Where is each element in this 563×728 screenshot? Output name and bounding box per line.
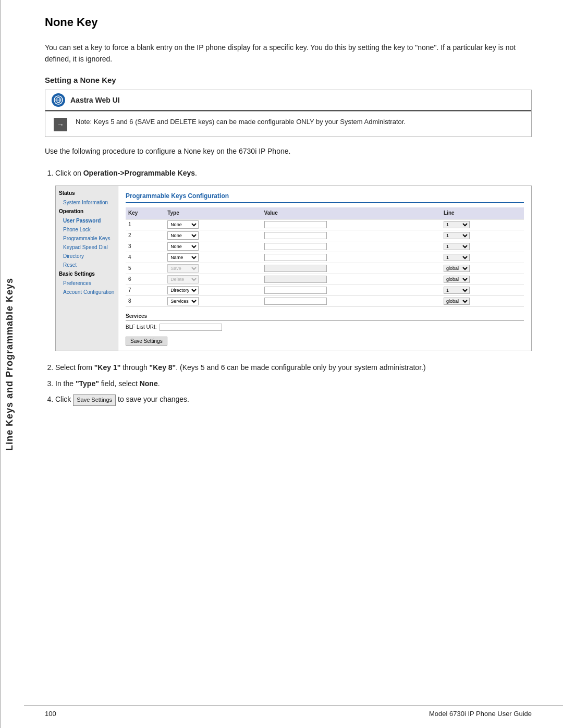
key7-value-input[interactable]: [264, 287, 327, 294]
key3-type-select[interactable]: None: [167, 242, 199, 251]
key5-type-select[interactable]: Save: [167, 264, 199, 273]
ss-directory[interactable]: Directory: [59, 252, 115, 261]
table-row: 5 Save global: [126, 263, 524, 274]
table-row: 1 None 1: [126, 219, 524, 230]
screenshot-main: Programmable Keys Configuration Key Type…: [118, 186, 531, 351]
ss-save-button[interactable]: Save Settings: [126, 337, 167, 346]
ss-basic-settings-label: Basic Settings: [59, 270, 115, 278]
ss-blf-label: BLF List URI:: [126, 323, 156, 331]
key7-line-select[interactable]: 1: [444, 287, 470, 294]
ss-blf-row: BLF List URI:: [126, 323, 524, 331]
ss-preferences[interactable]: Preferences: [59, 279, 115, 288]
key4-line-select[interactable]: 1: [444, 254, 470, 261]
key8-value-input[interactable]: [264, 298, 327, 305]
step-1: Click on Operation->Programmable Keys. S…: [55, 167, 532, 351]
note-text: Note: Keys 5 and 6 (SAVE and DELETE keys…: [76, 117, 406, 127]
key2-value-input[interactable]: [264, 232, 327, 239]
key2-line-select[interactable]: 1: [444, 232, 470, 239]
intro-paragraph: You can set a key to force a blank entry…: [45, 42, 532, 65]
note-box: → Note: Keys 5 and 6 (SAVE and DELETE ke…: [45, 111, 531, 137]
key6-type-select[interactable]: Delete: [167, 275, 199, 283]
col-value: Value: [262, 207, 441, 219]
aastra-header: Aastra Web UI: [45, 90, 531, 111]
note-arrow-icon: →: [54, 118, 67, 131]
ss-blf-input[interactable]: [160, 324, 222, 331]
ss-keypad-speed-dial[interactable]: Keypad Speed Dial: [59, 243, 115, 252]
aastra-title: Aastra Web UI: [70, 96, 120, 104]
ss-reset[interactable]: Reset: [59, 261, 115, 269]
ss-keys-table: Key Type Value Line 1 None 1: [126, 207, 524, 307]
key1-line-select[interactable]: 1: [444, 221, 470, 228]
col-line: Line: [441, 207, 524, 219]
key5-line-select[interactable]: global: [444, 265, 470, 272]
ss-account-config[interactable]: Account Configuration: [59, 288, 115, 297]
footer-page-number: 100: [45, 710, 56, 718]
key3-value-input[interactable]: [264, 243, 327, 250]
ss-services-section: Services BLF List URI:: [126, 312, 524, 331]
key3-line-select[interactable]: 1: [444, 243, 470, 250]
key8-type-select[interactable]: Services: [167, 297, 199, 305]
step-2: Select from "Key 1" through "Key 8". (Ke…: [55, 362, 532, 373]
key1-type-select[interactable]: None: [167, 220, 199, 229]
table-row: 6 Delete global: [126, 274, 524, 285]
ss-phone-lock[interactable]: Phone Lock: [59, 226, 115, 234]
table-row: 3 None 1: [126, 241, 524, 252]
key8-line-select[interactable]: global: [444, 298, 470, 305]
table-row: 2 None 1: [126, 230, 524, 241]
step-4: Click Save Settings to save your changes…: [55, 393, 532, 406]
page-footer: 100 Model 6730i IP Phone User Guide: [24, 705, 563, 718]
section-heading: Setting a None Key: [45, 76, 532, 84]
key4-type-select[interactable]: Name: [167, 253, 199, 262]
table-row: 7 Directory 1: [126, 285, 524, 295]
table-row: 4 Name 1: [126, 252, 524, 263]
aastra-web-ui-box: Aastra Web UI → Note: Keys 5 and 6 (SAVE…: [45, 90, 532, 137]
key7-type-select[interactable]: Directory: [167, 286, 199, 294]
page-title: None Key: [45, 16, 532, 29]
ss-operation-label: Operation: [59, 207, 115, 216]
step-3: In the "Type" field, select None.: [55, 378, 532, 389]
key5-value-input: [264, 265, 327, 272]
ss-user-password[interactable]: User Password: [59, 217, 115, 225]
key4-value-input[interactable]: [264, 254, 327, 261]
ss-services-title: Services: [126, 312, 524, 321]
ss-programmable-keys[interactable]: Programmable Keys: [59, 235, 115, 243]
key1-value-input[interactable]: [264, 221, 327, 228]
key6-value-input: [264, 276, 327, 283]
ss-status-label: Status: [59, 189, 115, 198]
screenshot-sidebar: Status System Information Operation User…: [56, 186, 118, 351]
col-type: Type: [165, 207, 261, 219]
save-settings-inline-button[interactable]: Save Settings: [73, 394, 116, 406]
key6-line-select[interactable]: global: [444, 276, 470, 283]
table-row: 8 Services global: [126, 295, 524, 306]
sidebar-chapter-label: Line Keys and Programmable Keys: [0, 0, 19, 728]
ss-page-title: Programmable Keys Configuration: [126, 191, 524, 203]
col-key: Key: [126, 207, 165, 219]
screenshot: Status System Information Operation User…: [55, 186, 532, 352]
ss-system-info[interactable]: System Information: [59, 199, 115, 207]
key2-type-select[interactable]: None: [167, 231, 199, 240]
footer-guide-title: Model 6730i IP Phone User Guide: [429, 710, 532, 718]
steps-list: Click on Operation->Programmable Keys. S…: [55, 167, 532, 406]
procedure-intro: Use the following procedure to configure…: [45, 145, 532, 157]
aastra-icon: [52, 93, 65, 107]
